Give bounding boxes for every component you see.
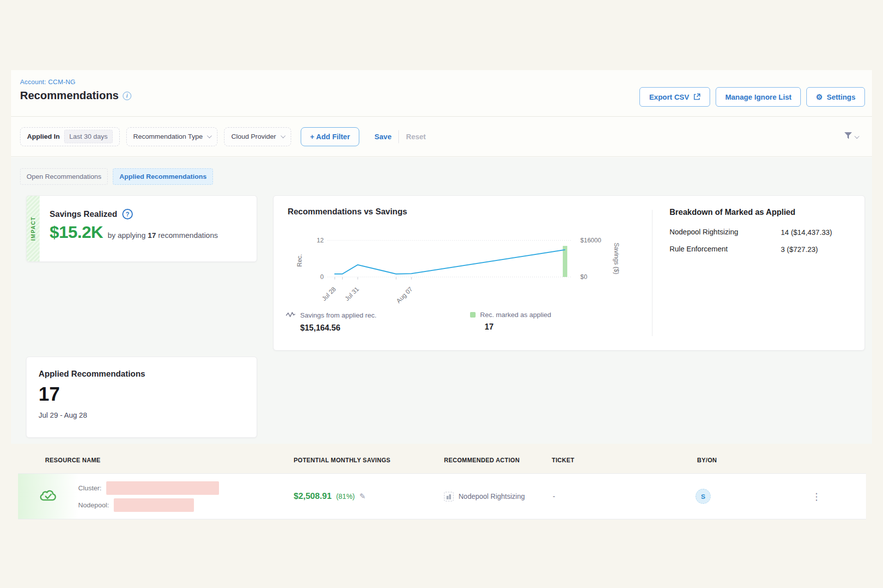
cluster-label: Cluster:: [78, 484, 102, 492]
svg-text:Rec.: Rec.: [296, 254, 303, 267]
line-legend-icon: [286, 311, 296, 320]
chart-title: Recommendations vs Savings: [288, 207, 407, 216]
column-potential-savings: POTENTIAL MONTHLY SAVINGS: [279, 457, 429, 464]
savings-description: by applying 17 recommendations: [108, 231, 218, 239]
filter-panel-toggle[interactable]: [844, 132, 858, 142]
nodepool-icon: [444, 492, 454, 501]
by-on-cell: S: [644, 489, 800, 504]
save-filter-link[interactable]: Save: [367, 133, 398, 141]
breakdown-title: Breakdown of Marked as Applied: [670, 208, 856, 217]
chevron-down-icon: [854, 134, 859, 139]
applied-count: 17: [39, 384, 245, 405]
breakdown-row-label: Rule Enforcement: [670, 245, 781, 255]
redacted-cluster-name: [106, 481, 219, 495]
tabs: Open Recommendations Applied Recommendat…: [11, 157, 872, 185]
breakdown-row-label: Nodepool Rightsizing: [670, 228, 781, 238]
filter-bar: Applied In Last 30 days Recommendation T…: [11, 116, 872, 157]
chevron-down-icon: [281, 133, 286, 138]
funnel-icon: [844, 132, 852, 142]
recommendations-vs-savings-chart[interactable]: Jul 28Jul 31Aug 07012Rec.$0$16000Savings…: [274, 225, 647, 310]
column-resource-name: RESOURCE NAME: [18, 457, 279, 464]
legend-applied-bar: Rec. marked as applied 17: [470, 311, 551, 332]
recommendations-table: RESOURCE NAME POTENTIAL MONTHLY SAVINGS …: [18, 452, 866, 519]
main-panel: Open Recommendations Applied Recommendat…: [11, 157, 872, 444]
tab-open-recommendations[interactable]: Open Recommendations: [20, 168, 108, 185]
potential-savings-cell: $2,508.91 (81%) ✎: [279, 491, 429, 501]
recommendations-page: Account: CCM-NG Recommendations i Export…: [11, 70, 872, 444]
svg-text:Savings ($): Savings ($): [613, 242, 620, 274]
cloud-icon: [40, 489, 57, 504]
avatar[interactable]: S: [696, 489, 711, 504]
savings-value: $2,508.91: [294, 491, 332, 501]
savings-realized-title: Savings Realized: [50, 209, 117, 219]
settings-button[interactable]: ⚙ Settings: [806, 87, 865, 107]
table-row[interactable]: Cluster: Nodepool: $2,508.91 (81%) ✎ Nod…: [18, 473, 866, 519]
svg-text:Jul 28: Jul 28: [321, 285, 338, 303]
applied-legend-value: 17: [485, 323, 551, 332]
add-filter-button[interactable]: + Add Filter: [301, 127, 360, 146]
divider: [652, 210, 652, 336]
cloud-provider-filter-chip[interactable]: Cloud Provider: [224, 127, 291, 146]
savings-legend-value: $15,164.56: [300, 324, 376, 333]
savings-amount: $15.2K: [50, 222, 103, 242]
header-actions: Export CSV Manage Ignore List ⚙ Settings: [639, 87, 865, 107]
svg-text:$16000: $16000: [580, 237, 601, 244]
column-ticket: TICKET: [537, 457, 644, 464]
applied-card-title: Applied Recommendations: [39, 369, 245, 379]
recommended-action-cell: Nodepool Rightsizing: [429, 492, 537, 501]
breakdown-row-value: 14 ($14,437.33): [781, 228, 845, 238]
svg-text:Jul 31: Jul 31: [344, 285, 361, 303]
help-icon[interactable]: ?: [122, 209, 133, 219]
tab-applied-recommendations[interactable]: Applied Recommendations: [113, 168, 213, 185]
breakdown-panel: Breakdown of Marked as Applied Nodepool …: [670, 208, 856, 254]
column-by-on: BY/ON: [644, 457, 800, 464]
reset-filter-link[interactable]: Reset: [399, 133, 433, 141]
redacted-nodepool-name: [114, 498, 194, 512]
savings-percent: (81%): [336, 492, 355, 500]
nodepool-label: Nodepool:: [78, 501, 109, 509]
svg-text:0: 0: [320, 273, 324, 280]
legend-savings-line: Savings from applied rec. $15,164.56: [286, 311, 376, 333]
ticket-cell: -: [537, 492, 644, 500]
chevron-down-icon: [207, 133, 212, 138]
bar-legend-swatch: [470, 312, 476, 318]
gear-icon: ⚙: [816, 93, 822, 101]
table-header: RESOURCE NAME POTENTIAL MONTHLY SAVINGS …: [18, 452, 866, 469]
kebab-menu-icon[interactable]: ⋮: [800, 491, 866, 502]
edit-icon[interactable]: ✎: [359, 492, 366, 501]
impact-strip: IMPACT: [27, 196, 40, 261]
svg-text:Aug 07: Aug 07: [395, 285, 414, 305]
applied-in-value[interactable]: Last 30 days: [64, 130, 113, 143]
manage-ignore-list-button[interactable]: Manage Ignore List: [716, 87, 801, 107]
page-title: Recommendations: [20, 89, 119, 102]
action-label: Nodepool Rightsizing: [459, 492, 525, 500]
svg-text:12: 12: [317, 237, 324, 244]
column-recommended-action: RECOMMENDED ACTION: [429, 457, 537, 464]
chart-card: Recommendations vs Savings Jul 28Jul 31A…: [273, 195, 865, 351]
page-header: Account: CCM-NG Recommendations i: [20, 78, 131, 102]
resource-name-cell: Cluster: Nodepool:: [78, 481, 279, 512]
recommendation-type-filter-chip[interactable]: Recommendation Type: [126, 127, 218, 146]
svg-text:$0: $0: [580, 273, 587, 280]
export-csv-button[interactable]: Export CSV: [639, 87, 710, 107]
row-impact-cell: [18, 474, 78, 519]
applied-date-range: Jul 29 - Aug 28: [39, 411, 245, 419]
info-icon[interactable]: i: [123, 92, 131, 100]
account-breadcrumb[interactable]: Account: CCM-NG: [20, 78, 131, 86]
external-link-icon: [693, 93, 701, 101]
breakdown-row-value: 3 ($727.23): [781, 245, 845, 255]
applied-recommendations-card: Applied Recommendations 17 Jul 29 - Aug …: [26, 357, 257, 438]
applied-in-filter-chip[interactable]: Applied In Last 30 days: [20, 127, 120, 146]
savings-realized-card: IMPACT Savings Realized ? $15.2K by appl…: [26, 195, 257, 262]
